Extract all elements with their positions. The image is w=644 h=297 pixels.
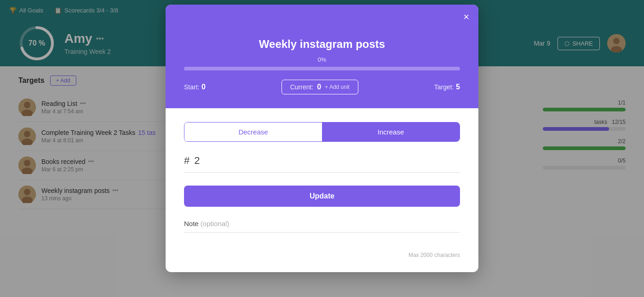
target-metric: Target: 5: [434, 83, 460, 91]
modal-dialog: Weekly instagram posts 0% Start: 0 Curre…: [166, 5, 478, 272]
note-section: Note (optional) Max 2000 characters: [184, 220, 460, 258]
modal-title: Weekly instagram posts: [184, 38, 460, 51]
note-maxchars: Max 2000 characters: [184, 252, 460, 258]
current-label: Current:: [290, 83, 314, 91]
modal-overlay[interactable]: Weekly instagram posts 0% Start: 0 Curre…: [0, 0, 644, 297]
note-optional: (optional): [201, 220, 230, 227]
modal-percent: 0%: [184, 56, 460, 63]
add-unit-label[interactable]: + Add unit: [325, 84, 350, 90]
note-textarea[interactable]: [184, 236, 460, 250]
number-input[interactable]: [194, 155, 222, 167]
number-hash: #: [184, 155, 190, 167]
start-metric: Start: 0: [184, 83, 206, 91]
update-button[interactable]: Update: [184, 186, 460, 207]
target-value: 5: [456, 83, 460, 91]
close-button[interactable]: ×: [463, 12, 469, 22]
start-value: 0: [201, 83, 206, 91]
current-box[interactable]: Current: 0 + Add unit: [282, 80, 358, 94]
number-row: #: [184, 155, 460, 173]
start-label: Start:: [184, 83, 199, 91]
note-label: Note (optional): [184, 220, 460, 227]
current-value: 0: [317, 83, 321, 91]
decrease-button[interactable]: Decrease: [184, 122, 322, 141]
modal-progress-bar-bg: [184, 67, 460, 70]
toggle-row: Decrease Increase: [184, 122, 460, 142]
modal-metrics: Start: 0 Current: 0 + Add unit Target: 5: [184, 80, 460, 94]
note-divider: [184, 232, 460, 233]
target-label: Target:: [434, 83, 454, 91]
increase-button[interactable]: Increase: [322, 122, 460, 141]
modal-header: Weekly instagram posts 0% Start: 0 Curre…: [166, 5, 478, 108]
modal-body: Decrease Increase # Update Note (optiona…: [166, 108, 478, 272]
